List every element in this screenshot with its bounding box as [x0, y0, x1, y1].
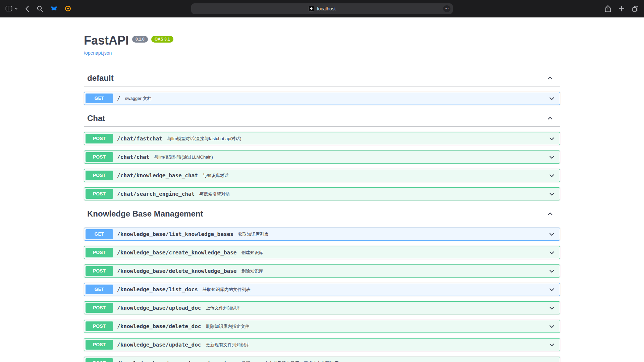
endpoint-path: /knowledge_base/delete_knowledge_base: [113, 268, 240, 274]
oas-badge: OAS 3.1: [151, 36, 173, 43]
url-text: localhost: [317, 6, 335, 11]
version-badge: 0.1.0: [132, 36, 148, 43]
collapse-section-icon[interactable]: [547, 210, 553, 217]
api-tag-section: default GET / swagger 文档: [84, 70, 560, 105]
endpoint-description: 上传文件到知识库: [206, 305, 240, 311]
endpoint-description: 与知识库对话: [203, 173, 229, 179]
address-bar[interactable]: localhost ⋯: [191, 3, 453, 14]
api-sections: default GET / swagger 文档 Chat: [84, 70, 560, 362]
sidebar-chevron-icon[interactable]: [14, 7, 18, 10]
endpoint-description: 根据content中文档重建向量库，流式输出处理进度。: [241, 360, 343, 362]
section-header[interactable]: Knowledge Base Management: [84, 206, 560, 222]
endpoint-description: 获取知识库内的文件列表: [203, 287, 251, 293]
expand-endpoint-icon[interactable]: [548, 249, 555, 256]
endpoint-row[interactable]: POST /knowledge_base/recreate_vector_sto…: [84, 357, 560, 362]
http-method-badge: POST: [86, 303, 113, 313]
http-method-badge: POST: [86, 266, 113, 276]
http-method-badge: POST: [86, 134, 113, 143]
page-title: FastAPI 0.1.0 OAS 3.1: [84, 34, 560, 48]
expand-endpoint-icon[interactable]: [548, 268, 555, 275]
endpoint-row[interactable]: POST /knowledge_base/create_knowledge_ba…: [84, 246, 560, 259]
collapse-section-icon[interactable]: [547, 115, 553, 122]
endpoint-description: 删除知识库: [241, 268, 263, 274]
endpoint-row[interactable]: POST /chat/chat 与llm模型对话(通过LLMChain): [84, 150, 560, 164]
endpoint-row[interactable]: POST /knowledge_base/delete_doc 删除知识库内指定…: [84, 320, 560, 333]
endpoint-path: /: [113, 95, 124, 102]
endpoint-path: /chat/fastchat: [113, 135, 166, 142]
http-method-badge: POST: [86, 248, 113, 257]
endpoint-path: /knowledge_base/recreate_vector_store: [113, 360, 240, 362]
endpoint-description: swagger 文档: [125, 96, 152, 102]
endpoint-path: /knowledge_base/create_knowledge_base: [113, 249, 240, 256]
endpoint-description: 与搜索引擎对话: [199, 191, 230, 197]
expand-endpoint-icon[interactable]: [548, 231, 555, 238]
api-tag-section: Chat POST /chat/fastchat 与llm模型对话(直接与fas…: [84, 110, 560, 200]
endpoint-row[interactable]: GET /knowledge_base/list_docs 获取知识库内的文件列…: [84, 283, 560, 296]
sidebar-toggle-icon[interactable]: [5, 5, 12, 12]
endpoint-path: /chat/knowledge_base_chat: [113, 172, 202, 179]
new-tab-icon[interactable]: [619, 6, 625, 12]
extensions-badge-icon[interactable]: ⋯: [443, 5, 450, 12]
expand-endpoint-icon[interactable]: [548, 305, 555, 311]
tab-overview-icon[interactable]: [632, 5, 639, 12]
endpoint-row[interactable]: POST /knowledge_base/upload_doc 上传文件到知识库: [84, 301, 560, 314]
endpoint-row[interactable]: POST /knowledge_base/update_doc 更新现有文件到知…: [84, 338, 560, 351]
endpoint-row[interactable]: GET /knowledge_base/list_knowledge_bases…: [84, 228, 560, 241]
bluesky-app-icon[interactable]: [51, 6, 57, 12]
endpoint-row[interactable]: GET / swagger 文档: [84, 92, 560, 105]
endpoint-description: 创建知识库: [241, 250, 263, 256]
http-method-badge: GET: [86, 285, 113, 294]
section-title: default: [87, 73, 114, 83]
http-method-badge: POST: [86, 340, 113, 350]
expand-endpoint-icon[interactable]: [548, 95, 555, 102]
endpoint-description: 与llm模型对话(通过LLMChain): [154, 154, 213, 160]
collapse-section-icon[interactable]: [547, 75, 553, 81]
back-icon[interactable]: [25, 5, 29, 12]
endpoint-row[interactable]: POST /chat/knowledge_base_chat 与知识库对话: [84, 169, 560, 182]
section-title: Knowledge Base Management: [87, 209, 203, 219]
sidebar-cluster: [5, 5, 18, 12]
endpoint-path: /chat/chat: [113, 154, 153, 160]
http-method-badge: POST: [86, 152, 113, 162]
expand-endpoint-icon[interactable]: [548, 154, 555, 161]
http-method-badge: POST: [86, 321, 113, 331]
endpoint-path: /knowledge_base/list_knowledge_bases: [113, 231, 237, 237]
endpoint-row[interactable]: POST /chat/fastchat 与llm模型对话(直接与fastchat…: [84, 132, 560, 145]
endpoint-row[interactable]: POST /chat/search_engine_chat 与搜索引擎对话: [84, 187, 560, 200]
operations-list: GET / swagger 文档: [84, 86, 560, 105]
expand-endpoint-icon[interactable]: [548, 323, 555, 330]
endpoint-path: /knowledge_base/delete_doc: [113, 323, 205, 329]
site-favicon-icon: [308, 6, 314, 12]
expand-endpoint-icon[interactable]: [548, 135, 555, 142]
operations-list: POST /chat/fastchat 与llm模型对话(直接与fastchat…: [84, 127, 560, 200]
search-icon[interactable]: [37, 5, 43, 12]
http-method-badge: POST: [86, 358, 113, 362]
operations-list: GET /knowledge_base/list_knowledge_bases…: [84, 222, 560, 362]
toolbar-left-group: [5, 0, 71, 17]
http-method-badge: POST: [86, 189, 113, 199]
endpoint-description: 更新现有文件到知识库: [206, 342, 249, 348]
http-method-badge: GET: [86, 94, 113, 103]
section-title: Chat: [87, 114, 105, 123]
endpoint-row[interactable]: POST /knowledge_base/delete_knowledge_ba…: [84, 264, 560, 278]
expand-endpoint-icon[interactable]: [548, 191, 555, 197]
expand-endpoint-icon[interactable]: [548, 286, 555, 293]
endpoint-path: /chat/search_engine_chat: [113, 191, 199, 197]
expand-endpoint-icon[interactable]: [548, 360, 555, 362]
browser-toolbar: localhost ⋯: [0, 0, 644, 17]
http-method-badge: GET: [86, 229, 113, 239]
openapi-json-link[interactable]: /openapi.json: [84, 50, 112, 56]
section-header[interactable]: Chat: [84, 110, 560, 127]
share-icon[interactable]: [605, 5, 611, 12]
endpoint-description: 与llm模型对话(直接与fastchat api对话): [167, 136, 241, 142]
section-header[interactable]: default: [84, 70, 560, 86]
endpoint-description: 获取知识库列表: [238, 231, 269, 237]
endpoint-path: /knowledge_base/upload_doc: [113, 305, 205, 311]
endpoint-path: /knowledge_base/update_doc: [113, 342, 205, 348]
expand-endpoint-icon[interactable]: [548, 172, 555, 179]
swagger-page: FastAPI 0.1.0 OAS 3.1 /openapi.json defa…: [0, 17, 644, 362]
record-icon[interactable]: [65, 5, 71, 12]
address-content: localhost: [308, 6, 335, 12]
expand-endpoint-icon[interactable]: [548, 342, 555, 348]
endpoint-path: /knowledge_base/list_docs: [113, 286, 202, 293]
